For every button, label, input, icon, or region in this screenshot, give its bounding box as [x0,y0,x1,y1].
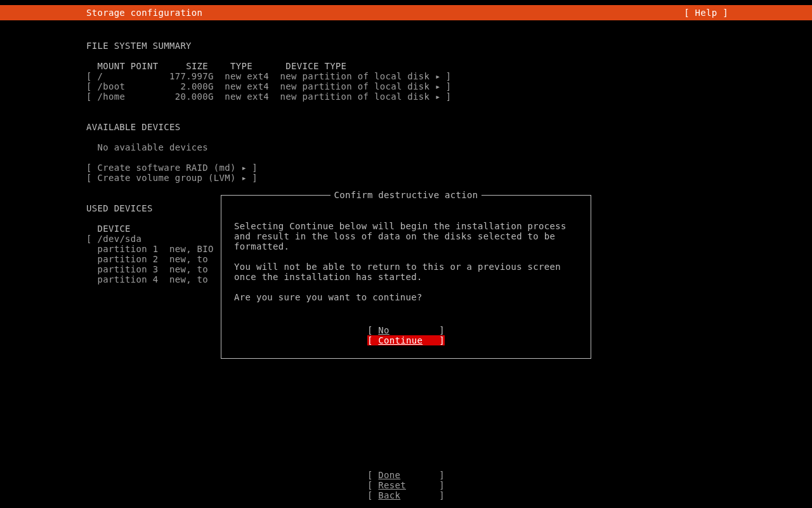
reset-button-label: Reset [378,480,406,490]
used-device-name: /dev/sda [97,234,141,244]
dialog-body: Selecting Continue below will begin the … [221,196,591,325]
fs-device: new partition of local disk [280,81,430,91]
create-lvm-label: Create volume group (LVM) [97,173,235,183]
col-size: SIZE [186,61,208,71]
chevron-right-icon: ▸ [241,163,246,173]
back-button[interactable]: [ Back ] [0,490,812,500]
fs-size: 2.000G [180,81,213,91]
col-device-used: DEVICE [97,224,130,234]
create-raid-button[interactable]: [ Create software RAID (md) ▸ ] [86,163,258,173]
no-available-devices: No available devices [97,142,208,152]
back-button-label: Back [378,490,400,500]
chevron-right-icon: ▸ [435,71,440,81]
done-button-label: Done [378,470,400,480]
used-partition-row[interactable]: partition 2 new, to [97,254,208,264]
fs-row[interactable]: [ /home 20.000G new ext4 new partition o… [86,91,451,102]
fs-type: new ext4 [225,81,269,91]
chevron-right-icon: ▸ [241,173,246,183]
dialog-title-wrap: Confirm destructive action [221,190,591,200]
used-devices-heading: USED DEVICES [86,203,153,213]
col-device: DEVICE TYPE [285,61,346,71]
title-bar: Storage configuration [ Help ] [0,5,812,20]
fs-device: new partition of local disk [280,91,430,102]
fs-device: new partition of local disk [280,71,430,81]
used-partition-row[interactable]: partition 3 new, to [97,264,208,274]
fs-size: 20.000G [175,91,214,102]
chevron-right-icon: ▸ [435,91,440,102]
dialog-text-2: You will not be able to return to this o… [234,262,566,282]
reset-button[interactable]: [ Reset ] [0,480,812,490]
continue-button[interactable]: [ Continue ] [221,335,591,345]
dialog-text-1: Selecting Continue below will begin the … [234,221,572,251]
used-device-row[interactable]: [ /dev/sda [86,234,141,244]
done-button[interactable]: [ Done ] [0,470,812,480]
dialog-text-3: Are you sure you want to continue? [234,292,422,302]
confirm-dialog: Confirm destructive action Selecting Con… [221,195,591,359]
fs-mount: / [97,71,103,81]
col-type: TYPE [230,61,252,71]
create-raid-label: Create software RAID (md) [97,163,235,173]
fs-type: new ext4 [225,71,269,81]
top-black-bar [0,0,812,5]
footer-actions: [ Done ] [ Reset ] [ Back ] [0,470,812,500]
help-button[interactable]: [ Help ] [684,5,812,20]
no-button[interactable]: [ No ] [221,325,591,335]
fs-mount: /boot [97,81,125,91]
fs-row[interactable]: [ / 177.997G new ext4 new partition of l… [86,71,451,81]
fs-size: 177.997G [169,71,214,81]
create-lvm-button[interactable]: [ Create volume group (LVM) ▸ ] [86,173,258,183]
col-mount: MOUNT POINT [97,61,158,71]
used-partition-row[interactable]: partition 4 new, to [97,274,208,284]
file-system-summary-heading: FILE SYSTEM SUMMARY [86,41,192,51]
dialog-title: Confirm destructive action [331,190,482,200]
page-title: Storage configuration [0,5,202,20]
used-partition-row[interactable]: partition 1 new, BIO [97,244,213,254]
available-devices-heading: AVAILABLE DEVICES [86,122,180,132]
dialog-actions: [ No ] [ Continue ] [221,325,591,358]
chevron-right-icon: ▸ [435,81,440,91]
installer-screen: Storage configuration [ Help ] FILE SYST… [0,0,812,508]
fs-mount: /home [97,91,125,102]
fs-row[interactable]: [ /boot 2.000G new ext4 new partition of… [86,81,451,91]
continue-button-label: Continue [378,335,422,345]
fs-type: new ext4 [225,91,269,102]
no-button-label: No [378,325,389,335]
